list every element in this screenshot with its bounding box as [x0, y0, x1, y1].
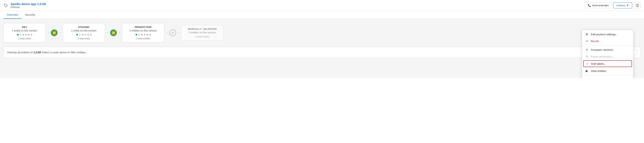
- app-name: Apollo demo app: [10, 2, 36, 6]
- green-dot: [17, 34, 19, 36]
- pipeline: DEV 1 entity on this version 1 0 0 1 tot…: [4, 23, 640, 42]
- release-label: Release: [10, 6, 46, 9]
- stage-mv-name: MANUALLY_VALIDATED: [185, 28, 220, 30]
- stage-dev-entities: 1 entity on this version: [7, 29, 42, 32]
- dot-count-gray1: 0: [144, 34, 145, 36]
- stage-dev-dots: 1 0 0: [7, 34, 42, 36]
- tabs-bar: Overview Security: [0, 11, 644, 19]
- header: Apollo demo app 1.0.66 Release 📞 front-e…: [0, 0, 644, 11]
- stage-staging-total: 1 total entity: [66, 37, 102, 40]
- tag-icon: [4, 3, 8, 8]
- dot-count-green: 2: [138, 34, 140, 36]
- filter-version: 1.0.66: [34, 51, 41, 54]
- arrow-4: →: [118, 31, 121, 35]
- stage-production-entities: 2 entities on this version: [126, 29, 161, 32]
- gray-dot-2: [28, 34, 30, 36]
- channel-button[interactable]: 📞 front-end-dev: [585, 2, 612, 8]
- gray-dot-2: [146, 34, 148, 36]
- main-content: DEV 1 entity on this version 1 0 0 1 tot…: [0, 19, 644, 78]
- menu-item-label: View entities: [591, 70, 606, 72]
- filter-hint: Select a node above to filter entities..…: [42, 51, 88, 54]
- stage-dev-total: 1 total entity: [7, 37, 42, 40]
- menu-item-label: Recall...: [591, 40, 601, 43]
- recall-icon: ↩: [585, 39, 589, 43]
- arrow-2: →: [58, 31, 62, 35]
- menu-item-label: Edit labels...: [591, 62, 606, 65]
- menu-item-edit-product-settings[interactable]: ⚙ Edit product settings...: [582, 31, 633, 38]
- chevron-down-icon: ▼: [626, 4, 629, 7]
- gray-dot-2: [87, 34, 89, 36]
- actions-button[interactable]: Actions ▼: [613, 2, 632, 8]
- stage-dev[interactable]: DEV 1 entity on this version 1 0 0 1 tot…: [4, 23, 46, 42]
- stage-manually-validated[interactable]: MANUALLY_VALIDATED 0 entities on this ve…: [181, 25, 224, 40]
- stage-staging-name: STAGING: [66, 26, 102, 28]
- gray-dot-1: [22, 34, 24, 36]
- phone-icon: 📞: [588, 4, 591, 7]
- menu-item-label: Promote release to channel: [591, 78, 624, 78]
- stage-mv-total: 0 total entities: [185, 35, 220, 38]
- stage-production[interactable]: PRODUCTION 2 entities on this version 2 …: [122, 23, 164, 42]
- gray-dot-1: [141, 34, 143, 36]
- promote-icon: ▶: [585, 78, 589, 78]
- header-right: 📞 front-end-dev Actions ▼: [585, 2, 640, 9]
- menu-item-compare-versions[interactable]: ≡ Compare versions: [582, 46, 633, 53]
- arrow-1: →: [46, 31, 50, 35]
- dot-count-gray2: 0: [31, 34, 32, 36]
- header-left: Apollo demo app 1.0.66 Release: [4, 2, 585, 9]
- arrow-6: →: [177, 31, 180, 35]
- arrow-3: →: [106, 31, 109, 35]
- promote-staging-btn[interactable]: ⏩: [110, 30, 117, 36]
- stage-staging-dots: 1 0 0: [66, 34, 102, 36]
- view-icon: ▶: [585, 69, 589, 72]
- actions-label: Actions: [616, 4, 625, 7]
- dot-count-green: 1: [79, 34, 80, 36]
- gear-icon: ⚙: [585, 32, 589, 36]
- menu-item-recall[interactable]: ↩ Recall...: [582, 38, 633, 44]
- menu-divider-1: [582, 45, 633, 46]
- menu-item-label: Edit product settings...: [591, 33, 618, 36]
- pause-icon: ⏸: [585, 55, 589, 58]
- actions-dropdown-menu: ⚙ Edit product settings... ↩ Recall... ≡…: [582, 30, 634, 78]
- promote-dev-btn[interactable]: ⏩: [51, 30, 58, 36]
- compare-icon: ≡: [585, 48, 589, 52]
- filter-description: Viewing all entities of 1.0.66 Select a …: [7, 51, 88, 54]
- filter-bar: Viewing all entities of 1.0.66 Select a …: [4, 47, 640, 58]
- dot-count-gray1: 0: [85, 34, 86, 36]
- stage-mv-entities: 0 entities on this version: [185, 31, 220, 34]
- app-info: Apollo demo app 1.0.66 Release: [10, 2, 46, 9]
- tab-security[interactable]: Security: [22, 11, 38, 19]
- dot-count-gray1: 0: [26, 34, 27, 36]
- dot-count-gray2: 0: [150, 34, 151, 36]
- green-dot: [136, 34, 137, 36]
- dot-count-green: 1: [20, 34, 21, 36]
- channel-name: front-end-dev: [592, 4, 609, 7]
- menu-item-promote-release[interactable]: ▶ Promote release to channel: [582, 76, 633, 78]
- menu-item-label: Compare versions: [591, 48, 613, 52]
- version-badge: 1.0.66: [37, 2, 46, 6]
- skip-btn[interactable]: ⊘: [169, 30, 176, 36]
- stage-dev-name: DEV: [7, 26, 42, 28]
- menu-item-view-entities[interactable]: ▶ View entities: [582, 68, 633, 74]
- menu-item-edit-labels[interactable]: ○ Edit labels...: [583, 60, 632, 67]
- menu-divider-2: [582, 75, 633, 75]
- sidebar-toggle-button[interactable]: [634, 2, 640, 9]
- stage-staging[interactable]: STAGING 1 entity on this version 1 0 0 1…: [63, 23, 105, 42]
- green-dot: [76, 34, 78, 36]
- menu-item-label: Pause promotion...: [591, 55, 614, 58]
- arrow-5: →: [165, 31, 168, 35]
- svg-rect-1: [636, 4, 638, 7]
- tab-overview[interactable]: Overview: [4, 11, 22, 19]
- stage-production-total: 2 total entities: [126, 37, 161, 40]
- stage-production-name: PRODUCTION: [126, 26, 161, 28]
- gray-dot-1: [82, 34, 84, 36]
- stage-production-dots: 2 0 0: [126, 34, 161, 36]
- menu-item-pause-promotion: ⏸ Pause promotion...: [582, 53, 633, 60]
- label-icon: ○: [586, 62, 589, 65]
- dot-count-gray2: 0: [90, 34, 92, 36]
- stage-staging-entities: 1 entity on this version: [66, 29, 102, 32]
